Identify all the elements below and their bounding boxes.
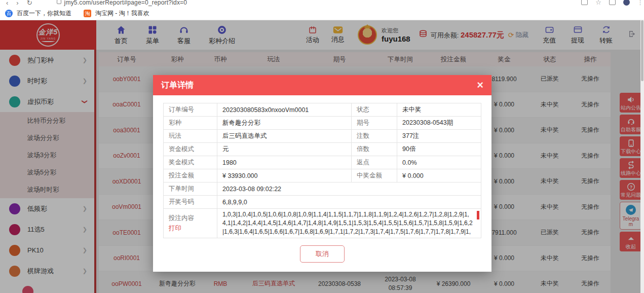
detail-label: 倍数 xyxy=(351,143,397,156)
detail-value: 377注 xyxy=(397,130,481,142)
bet-content-value[interactable]: 1,0,3|1,0,4|1,0,5|1,0,6|1,0,8|1,0,9|1,1,… xyxy=(217,209,481,238)
reading-mode-icon[interactable] xyxy=(609,0,616,5)
detail-label: 资金模式 xyxy=(164,143,217,156)
detail-row-full: 开奖号码 6,8,9,9,0 xyxy=(164,196,481,209)
bookmark-star-icon[interactable]: ☆ xyxy=(595,0,601,5)
detail-value: 后三码直选单式 xyxy=(217,130,351,142)
detail-value: 6,8,9,9,0 xyxy=(217,196,481,208)
detail-value: 元 xyxy=(217,143,351,156)
bet-content-row: 投注内容 打印 1,0,3|1,0,4|1,0,5|1,0,6|1,0,8|1,… xyxy=(164,209,481,238)
detail-label: 返点 xyxy=(351,156,397,169)
browser-forward-icon[interactable]: › xyxy=(16,0,18,7)
bet-numbers: 1,0,3|1,0,4|1,0,5|1,0,6|1,0,8|1,0,9|1,1,… xyxy=(222,210,474,238)
bookmark-taobao[interactable]: 淘宝网 - 淘！我喜欢 xyxy=(95,9,149,18)
address-bar[interactable]: jmy5.com/userReport#page=0_report?idx=0 xyxy=(64,0,187,6)
detail-label: 注数 xyxy=(351,130,397,142)
detail-value: 20230308-0543期 xyxy=(397,117,481,129)
detail-row: 玩法 后三码直选单式 注数 377注 xyxy=(164,130,481,143)
detail-value: 0.0% xyxy=(397,156,481,169)
detail-row: 彩种 新奇趣分分彩 期号 20230308-0543期 xyxy=(164,117,481,130)
detail-row: 投注金额 ¥ 33930.000 中奖金额 ¥ 0.000 xyxy=(164,169,481,182)
browser-profile-avatar[interactable] xyxy=(623,0,630,6)
screen: ‹ › ↻ jmy5.com/userReport#page=0_report?… xyxy=(0,0,644,293)
detail-value: ¥ 33930.000 xyxy=(217,169,351,182)
bet-scrollbar-thumb[interactable] xyxy=(477,211,479,219)
scrollbar-thumb[interactable] xyxy=(641,20,643,81)
detail-label: 开奖号码 xyxy=(164,196,217,208)
detail-value: 202303080583x0nxooVm0001 xyxy=(217,103,351,116)
taobao-favicon: 淘 xyxy=(84,10,91,17)
detail-label: 状态 xyxy=(351,103,397,116)
modal-footer: 取消 xyxy=(163,245,481,263)
modal-title: 订单详情 xyxy=(161,80,194,91)
baidu-favicon: 百 xyxy=(5,10,13,17)
browser-reload-icon[interactable]: ↻ xyxy=(27,0,32,7)
detail-label: 投注金额 xyxy=(164,169,217,182)
ssl-lock-icon xyxy=(57,0,61,4)
browser-menu-icon[interactable]: ⋮ xyxy=(637,1,639,5)
detail-label: 订单编号 xyxy=(164,103,217,116)
order-detail-modal: 订单详情 × 订单编号 202303080583x0nxooVm0001 状态 … xyxy=(153,75,491,272)
print-link[interactable]: 打印 xyxy=(169,224,212,233)
detail-label: 中奖金额 xyxy=(351,169,397,182)
page-scrollbar[interactable] xyxy=(640,20,644,293)
browser-toolbar: ‹ › ↻ jmy5.com/userReport#page=0_report?… xyxy=(0,0,644,7)
detail-row: 资金模式 元 倍数 90倍 xyxy=(164,143,481,156)
detail-value: ¥ 0.000 xyxy=(397,169,481,182)
webpage: 金洋5 JIN YANG 首页 菜单 客服 xyxy=(0,20,644,293)
modal-header: 订单详情 × xyxy=(153,75,491,95)
share-icon[interactable] xyxy=(581,0,588,5)
modal-body: 订单编号 202303080583x0nxooVm0001 状态 未中奖 彩种 … xyxy=(153,95,491,272)
detail-value: 新奇趣分分彩 xyxy=(217,117,351,129)
close-icon[interactable]: × xyxy=(477,80,483,90)
detail-value: 2023-03-08 09:02:22 xyxy=(217,182,481,195)
detail-value: 未中奖 xyxy=(397,103,481,116)
detail-table: 订单编号 202303080583x0nxooVm0001 状态 未中奖 彩种 … xyxy=(163,103,481,238)
browser-back-icon[interactable]: ‹ xyxy=(6,0,8,7)
bet-content-label: 投注内容 xyxy=(169,214,212,223)
detail-label: 奖金模式 xyxy=(164,156,217,169)
detail-row: 奖金模式 1980 返点 0.0% xyxy=(164,156,481,169)
detail-label: 期号 xyxy=(351,117,397,129)
bookmark-baidu[interactable]: 百度一下，你就知道 xyxy=(17,9,71,18)
detail-label: 玩法 xyxy=(164,130,217,142)
detail-value: 1980 xyxy=(217,156,351,169)
detail-label: 下单时间 xyxy=(164,182,217,195)
detail-value: 90倍 xyxy=(397,143,481,156)
detail-label: 彩种 xyxy=(164,117,217,129)
detail-row: 订单编号 202303080583x0nxooVm0001 状态 未中奖 xyxy=(164,103,481,117)
bookmarks-bar: 百 百度一下，你就知道 淘 淘宝网 - 淘！我喜欢 xyxy=(0,7,644,20)
detail-row-full: 下单时间 2023-03-08 09:02:22 xyxy=(164,182,481,196)
cancel-button[interactable]: 取消 xyxy=(300,245,345,263)
